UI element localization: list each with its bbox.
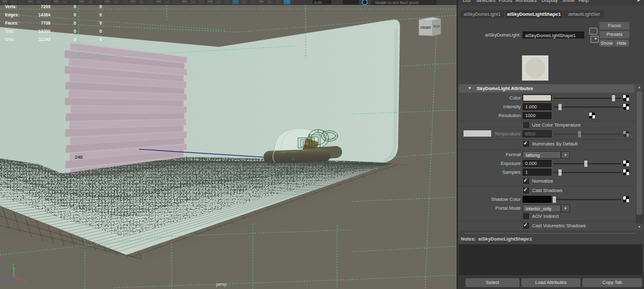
svg-text:0: 0: [99, 37, 102, 42]
svg-text:z: z: [4, 280, 6, 284]
svg-text:RIGHT: RIGHT: [433, 25, 440, 29]
svg-text:0: 0: [74, 21, 76, 25]
svg-text:Faces:: Faces:: [5, 21, 19, 25]
svg-text:Tris:: Tris:: [5, 29, 14, 33]
svg-text:14364: 14364: [38, 13, 50, 17]
svg-text:0: 0: [74, 37, 76, 42]
svg-text:0: 0: [99, 29, 102, 33]
svg-text:0: 0: [99, 21, 102, 25]
svg-text:Edges:: Edges:: [5, 13, 19, 18]
svg-text:1: 1: [292, 156, 294, 161]
svg-text:240: 240: [75, 154, 83, 160]
svg-text:0.00: 0.00: [314, 1, 322, 4]
svg-text:0: 0: [74, 29, 76, 33]
svg-text:FRONT: FRONT: [421, 26, 431, 30]
svg-text:Heads no sun liked (prod): Heads no sun liked (prod): [375, 1, 419, 4]
svg-text:0: 0: [74, 13, 76, 17]
svg-text:0: 0: [99, 13, 102, 17]
svg-text:7738: 7738: [41, 21, 50, 25]
svg-text:persp: persp: [216, 282, 226, 287]
svg-text:UVs:: UVs:: [5, 37, 15, 42]
svg-text:13200: 13200: [38, 29, 50, 33]
svg-text:11243: 11243: [38, 37, 50, 42]
